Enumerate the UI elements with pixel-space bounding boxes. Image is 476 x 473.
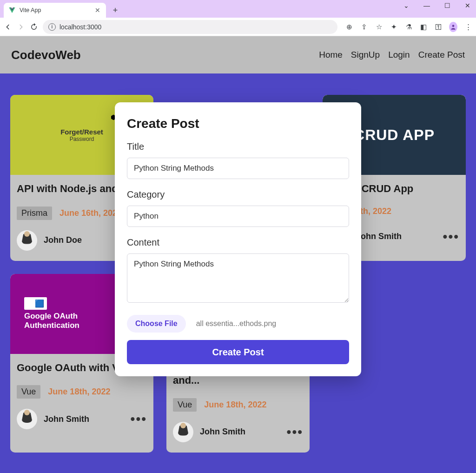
extensions-icon[interactable]: ✦ [390,23,398,31]
content-textarea[interactable] [127,253,349,303]
tab-close-icon[interactable]: ✕ [94,6,101,15]
close-window-icon[interactable]: ✕ [462,2,473,9]
submit-create-post-button[interactable]: Create Post [127,340,349,364]
category-input[interactable] [127,206,349,227]
title-input[interactable] [127,158,349,179]
site-info-icon[interactable]: i [48,23,56,31]
reload-icon[interactable] [30,23,38,31]
browser-tab[interactable]: Vite App ✕ [4,3,106,18]
choose-file-button[interactable]: Choose File [127,315,186,333]
kebab-menu-icon[interactable]: ⋮ [464,23,472,31]
panel-icon[interactable]: ◧ [419,23,428,31]
svg-point-0 [452,25,455,27]
title-label: Title [127,141,349,152]
chevron-down-icon[interactable]: ⌄ [401,2,412,9]
modal-heading: Create Post [127,116,349,131]
tab-bar: Vite App ✕ + ⌄ — ☐ ✕ [0,0,476,18]
page: CodevoWeb Home SignUp Login Create Post … [0,36,476,473]
category-label: Category [127,189,349,200]
star-icon[interactable]: ☆ [375,23,383,31]
create-post-modal: Create Post Title Category Content Choos… [115,102,361,376]
new-tab-button[interactable]: + [109,4,122,17]
address-bar: i localhost:3000 ⊕ ⇪ ☆ ✦ ⚗ ◧ ⚿ ⋮ [0,18,476,36]
url-text: localhost:3000 [60,23,101,31]
lab-icon[interactable]: ⚗ [404,23,413,31]
key-icon[interactable]: ⚿ [434,23,443,31]
tab-title: Vite App [20,7,41,13]
vue-favicon-icon [8,7,16,14]
zoom-icon[interactable]: ⊕ [345,23,353,31]
forward-icon [17,23,25,31]
url-input[interactable]: i localhost:3000 [43,20,337,34]
browser-chrome: Vite App ✕ + ⌄ — ☐ ✕ i localhost:3000 ⊕ … [0,0,476,36]
maximize-icon[interactable]: ☐ [442,2,453,9]
profile-avatar-icon[interactable] [449,22,457,32]
back-icon[interactable] [4,23,12,31]
content-label: Content [127,237,349,248]
minimize-icon[interactable]: — [421,2,432,9]
window-controls: ⌄ — ☐ ✕ [401,2,473,9]
selected-file-name: all essentia...ethods.png [196,320,277,328]
share-icon[interactable]: ⇪ [360,23,368,31]
